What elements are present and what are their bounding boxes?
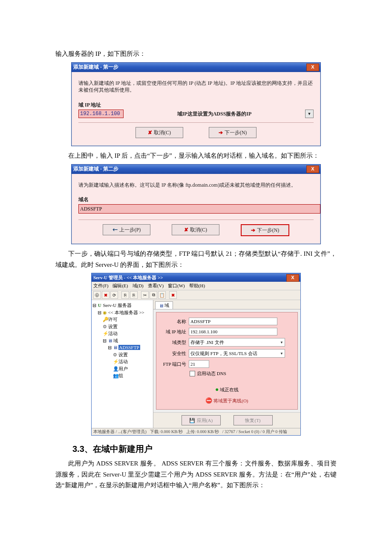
ip-label: 域 IP 地址 (78, 101, 314, 109)
domain-form: 名称 ADSSFTP 域 IP 地址 192.168.1.100 域类型 存储于… (156, 312, 298, 410)
tool-copy-icon[interactable]: ⧉ (150, 291, 157, 299)
paragraph-4: 此用户为 ADSS SERVER 服务。 ADSS SERVER 有三个服务：文… (55, 458, 337, 491)
menu-window[interactable]: 窗口(W) (168, 283, 185, 289)
menu-domain[interactable]: 域(D) (133, 283, 144, 289)
label-name: 名称 (161, 318, 186, 325)
x-icon: ✘ (148, 130, 152, 136)
checkbox-dyndns[interactable] (190, 371, 195, 376)
tree-panel: ⊟ U Serv-U 服务器 ⊟ ◉ << 本地服务器 >> 🔑 许可 ⚙ 设置… (92, 300, 153, 428)
green-dot-icon: ● (215, 386, 219, 393)
status-seg: 上传: 0.000 KB/秒 (186, 429, 219, 435)
input-name[interactable]: ADSSFTP (189, 318, 277, 325)
dialog1-instruction: 请输入新建域的 IP 地址，或留空使用任何可用的 IP (动态 IP 地址)。I… (78, 80, 314, 94)
paragraph-1: 输入服务器的 IP，如下图所示： (55, 49, 337, 60)
input-ip[interactable]: 192.168.1.100 (189, 328, 277, 335)
status-seg: 下载: 0.000 KB/秒 (150, 429, 183, 435)
toolbar: 🛈 ✖ ⟳ ⎘ ⎘ ✂ ⧉ 📋 ✖ (92, 290, 300, 300)
main-titlebar[interactable]: Serv-U 管理员 - << 本地服务器 >> X (92, 273, 300, 282)
arrow-right-icon: ➔ (251, 227, 255, 234)
tool-cut-icon[interactable]: ✂ (141, 291, 149, 299)
tool-icon[interactable]: 🛈 (93, 291, 101, 299)
apply-button[interactable]: 💾 应用(A) (182, 415, 221, 425)
save-icon: 💾 (189, 418, 195, 423)
computer-icon: 🖥 (159, 303, 163, 308)
label-port: FTP 端口号 (161, 361, 186, 367)
label-dyndns: 启用动态 DNS (197, 370, 226, 377)
menu-edit[interactable]: 编辑(E) (112, 283, 128, 289)
main-title-text: Serv-U 管理员 - << 本地服务器 >> (93, 275, 163, 281)
close-icon[interactable]: X (306, 165, 319, 173)
title-text: 添加新建域 - 第一步 (73, 64, 118, 71)
dialog-new-domain-step1: 添加新建域 - 第一步 X 请输入新建域的 IP 地址，或留空使用任何可用的 I… (71, 62, 321, 147)
domain-online-status: ● 域正在线 (161, 386, 293, 393)
dialog-new-domain-step2: 添加新建域 - 第二步 X 请为新建域输入描述名称。这可以是 IP 名称(像 f… (71, 164, 321, 245)
domain-name-label: 域名 (78, 196, 314, 203)
label-ip: 域 IP 地址 (161, 329, 186, 335)
ip-note: 域IP这里设置为ADSS服务器的IP (124, 110, 305, 118)
next-button[interactable]: ➔ 下一步(N) (209, 127, 257, 138)
paragraph-2: 在上图中，输入 IP 后，点击“下一步”，显示输入域名的对话框，输入域名。如下图… (55, 150, 337, 162)
tool-icon[interactable]: ⟳ (110, 291, 118, 299)
section-heading-3-3: 3.3、在域中新建用户 (72, 443, 337, 455)
titlebar-step1[interactable]: 添加新建域 - 第一步 X (72, 63, 320, 72)
status-bar: 本地服务器 / ...(客户/管理员) 下载: 0.000 KB/秒 上传: 0… (92, 428, 300, 435)
close-icon[interactable]: X (306, 64, 319, 71)
tree-root[interactable]: ⊟ U Serv-U 服务器 (92, 302, 152, 309)
title-text: 添加新建域 - 第二步 (73, 165, 118, 173)
input-port[interactable]: 21 (189, 360, 209, 368)
tree-domain-users[interactable]: 👤 用户 (92, 365, 152, 373)
tool-icon[interactable]: ⎘ (130, 291, 138, 299)
ip-dropdown-button[interactable]: ▼ (305, 110, 314, 118)
label-type: 域类型 (161, 339, 186, 346)
chevron-down-icon: ▼ (280, 352, 283, 356)
next-button[interactable]: ➔ 下一步(N) (241, 224, 289, 236)
chevron-down-icon: ▼ (280, 341, 283, 344)
select-security[interactable]: 仅仅规则 FTP，无 SSL/TLS 会话▼ (189, 349, 285, 358)
cancel-button[interactable]: ✘ 取消(C) (135, 127, 183, 138)
servu-main-window: Serv-U 管理员 - << 本地服务器 >> X 文件(F) 编辑(E) 域… (91, 273, 301, 436)
paragraph-3: 下一步，确认端口号与域的存储类型，FTP 端口号默认 21；存储类型默认“存储于… (55, 249, 337, 270)
domain-name-input[interactable]: ADSSFTP (78, 204, 320, 214)
tree-domain-settings[interactable]: ⚙ 设置 (92, 351, 152, 358)
x-icon: ✘ (184, 227, 188, 233)
arrow-left-icon: 🡐 (112, 227, 118, 233)
tool-delete-icon[interactable]: ✖ (102, 291, 110, 299)
tab-domain[interactable]: 🖥域 (155, 301, 173, 309)
tool-stop-icon[interactable]: ✖ (169, 291, 177, 299)
titlebar-step2[interactable]: 添加新建域 - 第二步 X (72, 165, 320, 174)
previous-button[interactable]: 🡐 上一步(P) (103, 224, 150, 235)
menubar[interactable]: 文件(F) 编辑(E) 域(D) 查看(V) 窗口(W) 帮助(H) (92, 282, 300, 290)
tool-icon[interactable]: ⎘ (121, 291, 129, 299)
set-offline-link[interactable]: ⛔ 将域置于离线(O) (161, 397, 293, 404)
tool-paste-icon[interactable]: 📋 (158, 291, 166, 299)
label-security: 安全性 (161, 350, 186, 357)
select-type[interactable]: 存储于 .INI 文件▼ (189, 338, 285, 347)
menu-file[interactable]: 文件(F) (93, 283, 108, 289)
status-seg: / 32767 / Socket 0 (0) / 0 用户 0 传输 (222, 429, 287, 435)
dialog2-instruction: 请为新建域输入描述名称。这可以是 IP 名称(像 ftp.domain.com)… (78, 182, 314, 189)
cancel-button[interactable]: ✘ 取消(C) (172, 224, 219, 235)
close-icon[interactable]: X (286, 274, 299, 282)
menu-help[interactable]: 帮助(H) (189, 283, 205, 289)
tree-local-server[interactable]: ⊟ ◉ << 本地服务器 >> (92, 309, 152, 316)
tree-domain-groups[interactable]: 👥 组 (92, 372, 152, 379)
tree-domains[interactable]: ⊟ 🖥 域 (92, 337, 152, 344)
restore-button[interactable]: 恢复(T) (233, 415, 273, 425)
tree-license[interactable]: 🔑 许可 (92, 316, 152, 323)
tree-settings[interactable]: ⚙ 设置 (92, 323, 152, 330)
ip-input[interactable]: 192.168.1.100 (78, 110, 124, 118)
tree-domain-activity[interactable]: ⚡ 活动 (92, 358, 152, 365)
tree-activity[interactable]: ⚡ 活动 (92, 330, 152, 337)
stop-icon: ⛔ (205, 397, 212, 404)
menu-view[interactable]: 查看(V) (148, 283, 164, 289)
right-pane: 🖥域 名称 ADSSFTP 域 IP 地址 192.168.1.100 域类型 (153, 300, 300, 428)
arrow-right-icon: ➔ (219, 130, 223, 136)
status-seg: 本地服务器 / ...(客户/管理员) (93, 429, 147, 435)
tree-domain-adssftp[interactable]: ⊟ 🖥 ADSSFTP (92, 344, 152, 351)
